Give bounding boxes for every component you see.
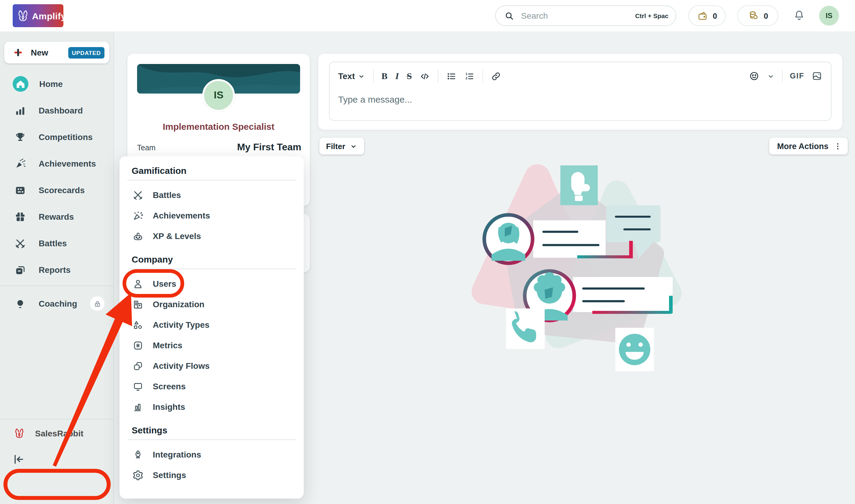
more-actions-button[interactable]: More Actions [769, 138, 848, 155]
sidebar: New UPDATED Home Dashboard [0, 31, 114, 504]
sidebar-item-coaching[interactable]: Coaching [0, 293, 114, 314]
menu-item-organization[interactable]: Organization [120, 294, 304, 314]
message-composer: Text B I S [318, 54, 842, 130]
menu-item-xp-levels[interactable]: XP & Levels [120, 226, 304, 246]
link-button[interactable] [491, 71, 501, 81]
gift-icon [15, 211, 26, 222]
notifications-bell-icon[interactable] [793, 9, 805, 22]
menu-divider [127, 269, 296, 269]
sidebar-footer: SalesRabbit Manage [0, 419, 114, 470]
emoji-dropdown-chevron-icon[interactable] [767, 72, 775, 80]
strikethrough-button[interactable]: S [407, 71, 412, 81]
sidebar-item-label: Dashboard [39, 106, 83, 115]
menu-item-screens[interactable]: Screens [120, 376, 304, 397]
code-button[interactable] [420, 71, 430, 81]
sidebar-item-reports[interactable]: Reports [0, 259, 114, 281]
menu-item-label: Achievements [153, 211, 210, 220]
coaching-icon [15, 298, 26, 309]
menu-divider [127, 180, 296, 180]
rocket-icon [132, 449, 144, 460]
app-window: Amplify Ctrl + Spac 0 [0, 0, 855, 504]
profile-title: Implementation Specialist [127, 121, 310, 131]
kebab-menu-icon [833, 142, 842, 150]
bullet-list-button[interactable] [446, 71, 457, 81]
gif-button[interactable]: GIF [790, 72, 804, 80]
salesrabbit-logo-icon [13, 427, 25, 440]
party-popper-icon [15, 158, 26, 169]
sidebar-item-rewards[interactable]: Rewards [0, 206, 114, 228]
bar-chart-icon [15, 105, 26, 116]
new-button[interactable]: New UPDATED [4, 42, 109, 64]
bold-button[interactable]: B [381, 71, 388, 81]
wallet-balance-button[interactable]: 0 [688, 5, 726, 26]
toolbar-divider [482, 69, 483, 83]
menu-item-achievements[interactable]: Achievements [120, 205, 304, 226]
scorecard-icon [15, 184, 26, 196]
amplify-logo[interactable]: Amplify [13, 4, 64, 27]
svg-text:1: 1 [465, 72, 467, 75]
user-avatar[interactable]: IS [819, 5, 839, 26]
menu-item-battles[interactable]: Battles [120, 185, 304, 205]
menu-item-label: Integrations [153, 450, 201, 459]
coins-count: 0 [764, 11, 768, 20]
sidebar-item-label: Scorecards [39, 185, 85, 195]
sidebar-nav: Home Dashboard Competitions [0, 73, 114, 319]
salesrabbit-link[interactable]: SalesRabbit [0, 422, 114, 444]
filter-button[interactable]: Filter [319, 138, 364, 155]
profile-avatar: IS [202, 79, 235, 112]
menu-item-insights[interactable]: Insights [120, 397, 304, 417]
menu-item-label: Metrics [153, 340, 182, 350]
new-button-label: New [31, 48, 48, 57]
menu-item-label: Activity Flows [153, 361, 210, 371]
global-search[interactable]: Ctrl + Spac [495, 5, 676, 26]
sidebar-item-home[interactable]: Home [0, 73, 114, 95]
image-upload-button[interactable] [812, 71, 822, 82]
collapse-sidebar-button[interactable] [0, 448, 114, 470]
search-shortcut-hint: Ctrl + Spac [635, 12, 669, 19]
sidebar-item-achievements[interactable]: Achievements [0, 153, 114, 175]
menu-item-metrics[interactable]: Metrics [120, 335, 304, 356]
insights-chart-icon [132, 401, 144, 413]
search-icon [504, 11, 514, 21]
updated-badge: UPDATED [68, 47, 105, 58]
team-row: Team My First Team [137, 142, 301, 153]
menu-item-activity-types[interactable]: Activity Types [120, 314, 304, 335]
menu-item-users[interactable]: Users [120, 273, 304, 294]
menu-item-label: Insights [153, 402, 185, 412]
menu-section-title: Gamification [132, 165, 292, 177]
ordered-list-button[interactable]: 1 2 [464, 71, 475, 81]
coins-balance-button[interactable]: 0 [737, 5, 778, 26]
composer-placeholder[interactable]: Type a message... [338, 94, 822, 104]
user-icon [132, 278, 144, 289]
menu-item-label: Settings [153, 470, 186, 480]
team-chat-illustration [465, 156, 682, 376]
topbar: Amplify Ctrl + Spac 0 [0, 0, 855, 31]
toolbar-divider [782, 69, 783, 83]
more-actions-label: More Actions [777, 142, 829, 150]
crossed-swords-icon [132, 189, 144, 201]
composer-input-box[interactable]: Text B I S [329, 61, 832, 121]
trophy-icon [15, 131, 26, 143]
search-input[interactable] [520, 10, 630, 21]
menu-divider [127, 439, 296, 440]
menu-item-activity-flows[interactable]: Activity Flows [120, 356, 304, 376]
menu-item-integrations[interactable]: Integrations [120, 444, 304, 465]
emoji-button[interactable] [749, 71, 760, 82]
home-icon [12, 75, 29, 92]
salesrabbit-label: SalesRabbit [35, 429, 83, 438]
menu-section-title: Settings [132, 424, 292, 436]
reports-icon [15, 264, 26, 275]
italic-button[interactable]: I [395, 71, 399, 81]
text-format-dropdown[interactable]: Text [338, 71, 365, 81]
sidebar-item-label: Coaching [39, 299, 77, 308]
sidebar-item-battles[interactable]: Battles [0, 232, 114, 254]
menu-item-settings[interactable]: Settings [120, 465, 304, 485]
sidebar-item-scorecards[interactable]: Scorecards [0, 179, 114, 201]
plus-icon [13, 47, 23, 58]
menu-section-title: Company [132, 253, 292, 266]
sidebar-item-competitions[interactable]: Competitions [0, 126, 114, 148]
sidebar-item-dashboard[interactable]: Dashboard [0, 100, 114, 121]
svg-text:2: 2 [465, 76, 467, 80]
sidebar-item-label: Competitions [39, 132, 93, 142]
coins-icon [748, 10, 760, 22]
